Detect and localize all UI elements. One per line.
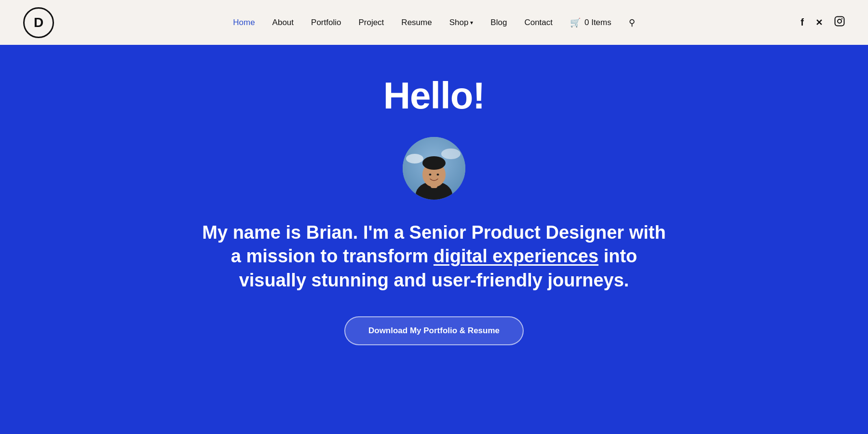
logo-letter: D <box>34 15 43 30</box>
cart-icon: 🛒 <box>570 17 581 28</box>
facebook-icon: f <box>800 17 804 27</box>
hero-description-link[interactable]: digital experiences <box>434 246 598 266</box>
instagram-link[interactable] <box>834 16 845 29</box>
nav-portfolio[interactable]: Portfolio <box>311 18 341 27</box>
hero-greeting: Hello! <box>383 74 485 118</box>
main-nav: Home About Portfolio Project Resume Shop… <box>233 17 635 28</box>
svg-point-1 <box>838 19 841 23</box>
nav-project[interactable]: Project <box>358 18 384 27</box>
nav-shop-label: Shop <box>449 18 469 27</box>
svg-point-2 <box>841 18 842 19</box>
facebook-link[interactable]: f <box>800 17 804 28</box>
svg-point-12 <box>437 174 439 176</box>
logo[interactable]: D <box>23 7 54 38</box>
svg-point-5 <box>441 149 461 159</box>
cart-items-count: 0 Items <box>584 18 611 27</box>
social-links: f ✕ <box>800 16 845 29</box>
svg-rect-0 <box>835 17 844 26</box>
nav-home[interactable]: Home <box>233 18 255 27</box>
svg-point-10 <box>424 157 444 167</box>
x-twitter-icon: ✕ <box>815 18 823 27</box>
svg-point-4 <box>406 154 423 163</box>
hero-section: Hello! <box>0 45 868 434</box>
avatar <box>403 137 465 200</box>
header: D Home About Portfolio Project Resume Sh… <box>0 0 868 45</box>
download-portfolio-button[interactable]: Download My Portfolio & Resume <box>344 316 524 345</box>
nav-shop[interactable]: Shop ▾ <box>449 18 474 27</box>
twitter-link[interactable]: ✕ <box>815 17 823 28</box>
nav-about[interactable]: About <box>272 18 294 27</box>
instagram-icon <box>834 18 845 28</box>
search-button[interactable]: ⚲ <box>629 17 635 28</box>
download-button-label: Download My Portfolio & Resume <box>368 326 500 335</box>
hero-description: My name is Brian. I'm a Senior Product D… <box>198 221 670 292</box>
nav-contact[interactable]: Contact <box>524 18 553 27</box>
nav-blog[interactable]: Blog <box>490 18 507 27</box>
nav-resume[interactable]: Resume <box>401 18 432 27</box>
search-icon: ⚲ <box>629 18 635 27</box>
chevron-down-icon: ▾ <box>470 19 473 26</box>
svg-point-11 <box>429 174 432 176</box>
nav-cart[interactable]: 🛒 0 Items <box>570 17 611 28</box>
